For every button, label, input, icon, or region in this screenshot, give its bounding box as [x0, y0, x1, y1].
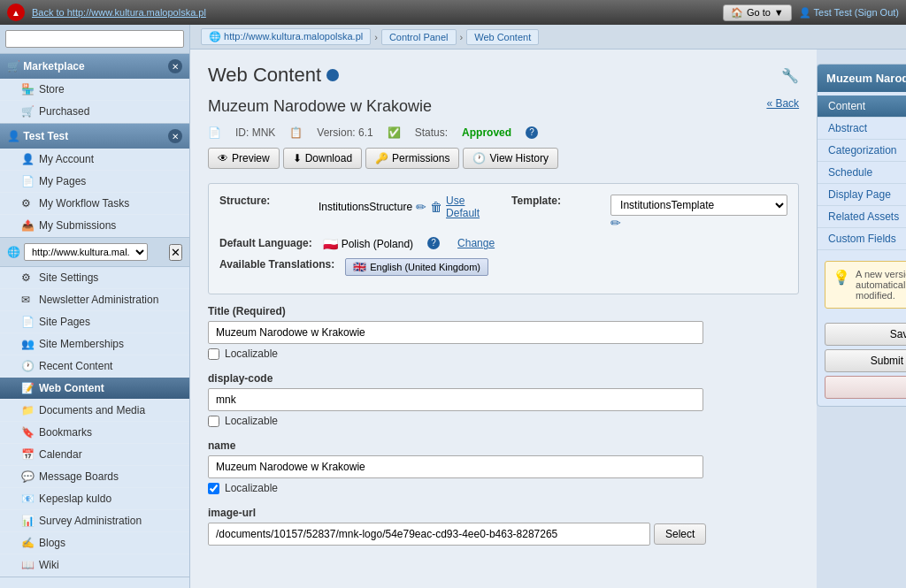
bookmarks-icon: 🔖 [21, 426, 34, 439]
title-localizable-checkbox[interactable] [208, 348, 219, 360]
marketplace-icon: 🛒 [7, 60, 20, 73]
sidebar-item-my-pages[interactable]: 📄 My Pages [0, 171, 189, 193]
template-edit-icon[interactable]: ✏ [610, 216, 621, 230]
right-nav-schedule[interactable]: Schedule [818, 162, 906, 184]
back-to-site-link[interactable]: Back to http://www.kultura.malopolska.pl [32, 7, 206, 18]
sidebar-item-site-memberships[interactable]: 👥 Site Memberships [0, 333, 189, 355]
breadcrumb-web-content[interactable]: Web Content [466, 29, 539, 45]
image-select-button[interactable]: Select [654, 523, 706, 545]
top-bar-left: ▲ Back to http://www.kultura.malopolska.… [7, 4, 206, 21]
right-panel-nav: Content Abstract Categorization Schedule… [818, 92, 906, 254]
title-localizable-row: Localizable [208, 347, 799, 360]
meta-info: 📄 ID: MNK 📋 Version: 6.1 ✅ Status: Appro… [208, 126, 799, 139]
site-pages-icon: 📄 [21, 316, 34, 328]
content-title: Muzeum Narodowe w Krakowie [208, 97, 432, 116]
page-content: Web Content ? 🔧 Muzeum Narodowe w Krakow… [190, 50, 817, 572]
permissions-button[interactable]: 🔑 Permissions [365, 148, 459, 169]
sidebar-item-message-boards[interactable]: 💬 Message Boards [0, 466, 189, 488]
sidebar-item-web-content[interactable]: 📝 Web Content [0, 378, 189, 400]
sidebar-item-newsletter-admin[interactable]: ✉ Newsletter Administration [0, 289, 189, 311]
right-panel-notice: 💡 A new version will be created automati… [825, 261, 906, 309]
language-row: Default Language: 🇵🇱 Polish (Poland) ? C… [219, 237, 787, 251]
sidebar-item-site-pages[interactable]: 📄 Site Pages [0, 311, 189, 333]
right-nav-content[interactable]: Content [818, 95, 906, 118]
use-default-link[interactable]: Use Default [446, 195, 480, 219]
structure-delete-icon[interactable]: 🗑 [430, 200, 442, 214]
poland-flag: 🇵🇱 [323, 237, 338, 251]
template-label: Template: [511, 195, 600, 207]
right-nav-categorization[interactable]: Categorization [818, 140, 906, 162]
sidebar-item-my-submissions[interactable]: 📤 My Submissions [0, 215, 189, 237]
right-panel-title: Muzeum Narodowe w Krakowie [818, 65, 906, 92]
sidebar-item-purchased[interactable]: 🛒 Purchased [0, 101, 189, 123]
right-nav-display-page[interactable]: Display Page [818, 184, 906, 206]
kepeslap-icon: 📧 [21, 493, 34, 505]
lang-help-icon[interactable]: ? [427, 237, 440, 249]
sidebar-item-blogs[interactable]: ✍ Blogs [0, 532, 189, 554]
structure-row: Structure: InstitutionsStructure ✏ 🗑 Use… [219, 195, 787, 230]
breadcrumb: 🌐 http://www.kultura.malopolska.pl › Con… [190, 25, 906, 50]
marketplace-label: 🛒 Marketplace [7, 60, 85, 73]
sidebar-item-wiki[interactable]: 📖 Wiki [0, 554, 189, 577]
sidebar-item-kepeslap[interactable]: 📧 Kepeslap kuldo [0, 488, 189, 510]
user-section-header[interactable]: 👤 Test Test ✕ [0, 124, 189, 149]
sidebar-item-store[interactable]: 🏪 Store [0, 79, 189, 101]
sidebar-item-calendar[interactable]: 📅 Calendar [0, 444, 189, 466]
download-button[interactable]: ⬇ Download [283, 148, 362, 169]
sidebar-item-survey-admin[interactable]: 📊 Survey Administration [0, 510, 189, 532]
page-help-icon[interactable]: ? [326, 69, 339, 81]
user-avatar-icon: 👤 [799, 7, 811, 18]
display-code-localizable-label: Localizable [225, 415, 278, 427]
breadcrumb-site[interactable]: 🌐 http://www.kultura.malopolska.pl [201, 28, 371, 45]
user-info[interactable]: 👤 Test Test (Sign Out) [799, 7, 899, 19]
uk-flag: 🇬🇧 [353, 261, 366, 273]
display-code-input[interactable] [208, 388, 703, 411]
view-history-button[interactable]: 🕐 View History [463, 148, 557, 169]
title-input[interactable] [208, 321, 703, 344]
structure-edit-icon[interactable]: ✏ [416, 200, 426, 214]
marketplace-collapse-button[interactable]: ✕ [168, 59, 182, 73]
image-url-input[interactable] [208, 523, 650, 546]
survey-icon: 📊 [21, 515, 34, 527]
submit-for-publication-button[interactable]: Submit for Publication [825, 349, 906, 372]
calendar-icon: 📅 [21, 448, 34, 461]
sidebar: 🛒 Marketplace ✕ 🏪 Store 🛒 Purchased 👤 Te… [0, 25, 190, 588]
site-select[interactable]: http://www.kultura.mal... [24, 243, 148, 261]
name-input[interactable] [208, 455, 703, 478]
display-code-localizable-checkbox[interactable] [208, 416, 219, 427]
app-logo: ▲ [7, 4, 25, 21]
right-nav-related-assets[interactable]: Related Assets [818, 206, 906, 228]
right-nav-abstract[interactable]: Abstract [818, 118, 906, 140]
name-localizable-checkbox[interactable] [208, 483, 219, 494]
home-icon: 🏠 [731, 7, 743, 19]
sidebar-item-recent-content[interactable]: 🕐 Recent Content [0, 355, 189, 378]
sidebar-item-my-account[interactable]: 👤 My Account [0, 149, 189, 171]
cancel-button[interactable]: Cancel [825, 376, 906, 399]
breadcrumb-control-panel[interactable]: Control Panel [381, 29, 457, 45]
save-as-draft-button[interactable]: Save as Draft [825, 323, 906, 346]
status-help-icon[interactable]: ? [526, 126, 538, 139]
right-nav-custom-fields[interactable]: Custom Fields [818, 228, 906, 250]
sidebar-item-site-settings[interactable]: ⚙ Site Settings [0, 267, 189, 289]
template-select[interactable]: InstitutionsTemplate [610, 195, 787, 216]
image-url-label: image-url [208, 507, 799, 519]
sidebar-item-bookmarks[interactable]: 🔖 Bookmarks [0, 422, 189, 444]
title-field-label: Title (Required) [208, 305, 799, 317]
sidebar-item-documents-media[interactable]: 📁 Documents and Media [0, 400, 189, 422]
notice-text: A new version will be created automatica… [856, 269, 906, 301]
sidebar-item-my-workflow-tasks[interactable]: ⚙ My Workflow Tasks [0, 193, 189, 215]
site-collapse-button[interactable]: ✕ [169, 244, 182, 261]
translation-uk-button[interactable]: 🇬🇧 English (United Kingdom) [345, 258, 488, 276]
marketplace-section-header[interactable]: 🛒 Marketplace ✕ [0, 54, 189, 79]
meta-status: Approved [462, 126, 511, 139]
blogs-icon: ✍ [21, 537, 34, 549]
change-language-link[interactable]: Change [457, 237, 495, 249]
back-link[interactable]: « Back [766, 97, 799, 110]
content-with-panel: 🌐 http://www.kultura.malopolska.pl › Con… [190, 25, 906, 588]
preview-button[interactable]: 👁 Preview [208, 148, 280, 169]
wrench-icon[interactable]: 🔧 [781, 67, 799, 84]
search-input[interactable] [5, 30, 184, 48]
goto-button[interactable]: 🏠 Go to ▼ [723, 4, 792, 21]
user-collapse-button[interactable]: ✕ [168, 129, 182, 143]
structure-template-form: Structure: InstitutionsStructure ✏ 🗑 Use… [208, 183, 799, 294]
